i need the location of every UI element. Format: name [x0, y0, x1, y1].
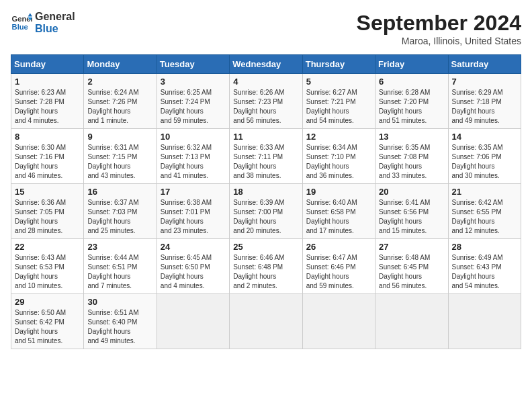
calendar-day-cell: 6Sunrise: 6:28 AMSunset: 7:20 PMDaylight…	[375, 74, 448, 129]
calendar-day-cell: 19Sunrise: 6:40 AMSunset: 6:58 PMDayligh…	[302, 184, 375, 239]
day-info: Sunrise: 6:32 AMSunset: 7:13 PMDaylight …	[161, 143, 226, 181]
day-number: 6	[379, 77, 444, 87]
calendar-week-row: 29Sunrise: 6:50 AMSunset: 6:42 PMDayligh…	[11, 294, 521, 349]
calendar-day-cell: 16Sunrise: 6:37 AMSunset: 7:03 PMDayligh…	[84, 184, 157, 239]
day-info: Sunrise: 6:49 AMSunset: 6:43 PMDaylight …	[452, 253, 517, 291]
calendar-day-cell: 26Sunrise: 6:47 AMSunset: 6:46 PMDayligh…	[302, 239, 375, 294]
day-number: 20	[379, 187, 444, 197]
logo: General Blue General Blue	[11, 11, 75, 35]
col-friday: Friday	[375, 55, 448, 74]
day-number: 14	[452, 132, 517, 142]
day-info: Sunrise: 6:45 AMSunset: 6:50 PMDaylight …	[161, 253, 226, 291]
day-info: Sunrise: 6:42 AMSunset: 6:55 PMDaylight …	[452, 198, 517, 236]
day-info: Sunrise: 6:26 AMSunset: 7:23 PMDaylight …	[233, 88, 298, 126]
day-number: 26	[306, 242, 371, 252]
day-info: Sunrise: 6:40 AMSunset: 6:58 PMDaylight …	[306, 198, 371, 236]
day-number: 23	[87, 242, 152, 252]
day-info: Sunrise: 6:33 AMSunset: 7:11 PMDaylight …	[233, 143, 298, 181]
day-info: Sunrise: 6:27 AMSunset: 7:21 PMDaylight …	[306, 88, 371, 126]
calendar-day-cell: 9Sunrise: 6:31 AMSunset: 7:15 PMDaylight…	[84, 129, 157, 184]
calendar-day-cell: 30Sunrise: 6:51 AMSunset: 6:40 PMDayligh…	[84, 294, 157, 349]
day-info: Sunrise: 6:28 AMSunset: 7:20 PMDaylight …	[379, 88, 444, 126]
day-info: Sunrise: 6:50 AMSunset: 6:42 PMDaylight …	[15, 308, 80, 346]
day-info: Sunrise: 6:51 AMSunset: 6:40 PMDaylight …	[87, 308, 152, 346]
day-info: Sunrise: 6:38 AMSunset: 7:01 PMDaylight …	[161, 198, 226, 236]
day-number: 2	[87, 77, 152, 87]
day-number: 27	[379, 242, 444, 252]
calendar-day-cell	[230, 294, 302, 349]
calendar-day-cell: 27Sunrise: 6:48 AMSunset: 6:45 PMDayligh…	[375, 239, 448, 294]
day-info: Sunrise: 6:47 AMSunset: 6:46 PMDaylight …	[306, 253, 371, 291]
calendar-day-cell: 14Sunrise: 6:35 AMSunset: 7:06 PMDayligh…	[448, 129, 521, 184]
col-saturday: Saturday	[448, 55, 521, 74]
day-number: 15	[15, 187, 80, 197]
day-info: Sunrise: 6:30 AMSunset: 7:16 PMDaylight …	[15, 143, 80, 181]
calendar-day-cell: 11Sunrise: 6:33 AMSunset: 7:11 PMDayligh…	[230, 129, 302, 184]
calendar-day-cell: 4Sunrise: 6:26 AMSunset: 7:23 PMDaylight…	[230, 74, 302, 129]
calendar-day-cell: 28Sunrise: 6:49 AMSunset: 6:43 PMDayligh…	[448, 239, 521, 294]
day-info: Sunrise: 6:35 AMSunset: 7:06 PMDaylight …	[452, 143, 517, 181]
day-info: Sunrise: 6:41 AMSunset: 6:56 PMDaylight …	[379, 198, 444, 236]
calendar-day-cell: 10Sunrise: 6:32 AMSunset: 7:13 PMDayligh…	[157, 129, 229, 184]
col-sunday: Sunday	[11, 55, 84, 74]
day-number: 19	[306, 187, 371, 197]
day-number: 24	[161, 242, 226, 252]
calendar-day-cell: 15Sunrise: 6:36 AMSunset: 7:05 PMDayligh…	[11, 184, 84, 239]
day-info: Sunrise: 6:36 AMSunset: 7:05 PMDaylight …	[15, 198, 80, 236]
calendar-week-row: 22Sunrise: 6:43 AMSunset: 6:53 PMDayligh…	[11, 239, 521, 294]
day-info: Sunrise: 6:39 AMSunset: 7:00 PMDaylight …	[233, 198, 298, 236]
day-number: 9	[87, 132, 152, 142]
day-info: Sunrise: 6:48 AMSunset: 6:45 PMDaylight …	[379, 253, 444, 291]
calendar-day-cell: 24Sunrise: 6:45 AMSunset: 6:50 PMDayligh…	[157, 239, 229, 294]
day-info: Sunrise: 6:35 AMSunset: 7:08 PMDaylight …	[379, 143, 444, 181]
day-number: 18	[233, 187, 298, 197]
col-wednesday: Wednesday	[230, 55, 302, 74]
calendar-day-cell: 5Sunrise: 6:27 AMSunset: 7:21 PMDaylight…	[302, 74, 375, 129]
logo-icon: General Blue	[11, 12, 32, 34]
day-info: Sunrise: 6:23 AMSunset: 7:28 PMDaylight …	[15, 88, 80, 126]
day-number: 13	[379, 132, 444, 142]
day-number: 22	[15, 242, 80, 252]
day-number: 29	[15, 297, 80, 307]
calendar-day-cell: 18Sunrise: 6:39 AMSunset: 7:00 PMDayligh…	[230, 184, 302, 239]
calendar-day-cell: 21Sunrise: 6:42 AMSunset: 6:55 PMDayligh…	[448, 184, 521, 239]
calendar-day-cell	[157, 294, 229, 349]
day-info: Sunrise: 6:25 AMSunset: 7:24 PMDaylight …	[161, 88, 226, 126]
svg-text:Blue: Blue	[12, 23, 28, 31]
day-info: Sunrise: 6:44 AMSunset: 6:51 PMDaylight …	[87, 253, 152, 291]
calendar-day-cell	[302, 294, 375, 349]
day-info: Sunrise: 6:43 AMSunset: 6:53 PMDaylight …	[15, 253, 80, 291]
day-info: Sunrise: 6:31 AMSunset: 7:15 PMDaylight …	[87, 143, 152, 181]
calendar-day-cell	[448, 294, 521, 349]
month-title: September 2024	[357, 11, 521, 36]
day-number: 1	[15, 77, 80, 87]
calendar-day-cell: 3Sunrise: 6:25 AMSunset: 7:24 PMDaylight…	[157, 74, 229, 129]
calendar-week-row: 8Sunrise: 6:30 AMSunset: 7:16 PMDaylight…	[11, 129, 521, 184]
day-info: Sunrise: 6:24 AMSunset: 7:26 PMDaylight …	[87, 88, 152, 126]
day-info: Sunrise: 6:34 AMSunset: 7:10 PMDaylight …	[306, 143, 371, 181]
calendar-week-row: 15Sunrise: 6:36 AMSunset: 7:05 PMDayligh…	[11, 184, 521, 239]
day-number: 17	[161, 187, 226, 197]
calendar-day-cell: 8Sunrise: 6:30 AMSunset: 7:16 PMDaylight…	[11, 129, 84, 184]
day-number: 28	[452, 242, 517, 252]
day-number: 5	[306, 77, 371, 87]
day-number: 8	[15, 132, 80, 142]
title-block: September 2024 Maroa, Illinois, United S…	[357, 11, 521, 46]
calendar-table: Sunday Monday Tuesday Wednesday Thursday…	[11, 54, 521, 349]
calendar-day-cell: 20Sunrise: 6:41 AMSunset: 6:56 PMDayligh…	[375, 184, 448, 239]
day-number: 21	[452, 187, 517, 197]
day-info: Sunrise: 6:46 AMSunset: 6:48 PMDaylight …	[233, 253, 298, 291]
day-number: 30	[87, 297, 152, 307]
calendar-header-row: Sunday Monday Tuesday Wednesday Thursday…	[11, 55, 521, 74]
calendar-day-cell: 23Sunrise: 6:44 AMSunset: 6:51 PMDayligh…	[84, 239, 157, 294]
calendar-day-cell: 2Sunrise: 6:24 AMSunset: 7:26 PMDaylight…	[84, 74, 157, 129]
calendar-day-cell: 7Sunrise: 6:29 AMSunset: 7:18 PMDaylight…	[448, 74, 521, 129]
day-info: Sunrise: 6:29 AMSunset: 7:18 PMDaylight …	[452, 88, 517, 126]
day-number: 7	[452, 77, 517, 87]
location: Maroa, Illinois, United States	[357, 36, 521, 46]
calendar-day-cell: 12Sunrise: 6:34 AMSunset: 7:10 PMDayligh…	[302, 129, 375, 184]
calendar-day-cell	[375, 294, 448, 349]
day-number: 12	[306, 132, 371, 142]
calendar-week-row: 1Sunrise: 6:23 AMSunset: 7:28 PMDaylight…	[11, 74, 521, 129]
calendar-day-cell: 13Sunrise: 6:35 AMSunset: 7:08 PMDayligh…	[375, 129, 448, 184]
